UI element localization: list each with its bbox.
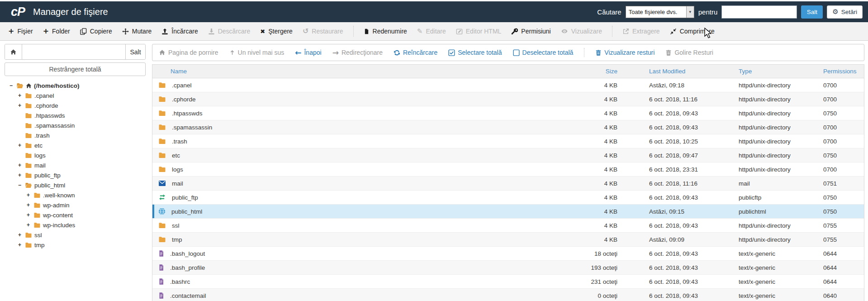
- nav-view-trash-button[interactable]: Vizualizare resturi: [595, 49, 655, 56]
- table-row-.bash_logout[interactable]: .bash_logout18 octeţi6 oct. 2018, 09:43t…: [152, 247, 864, 261]
- tree-plus-expander[interactable]: +: [17, 102, 23, 109]
- tree-node-logs[interactable]: logs: [5, 150, 146, 160]
- tree-plus-expander[interactable]: +: [17, 172, 23, 178]
- path-go-button[interactable]: Salt: [125, 44, 145, 59]
- file-name[interactable]: .bashrc: [170, 278, 190, 285]
- nav-up-level-button: Un nivel mai sus: [229, 49, 285, 56]
- file-name[interactable]: public_ftp: [172, 194, 198, 201]
- tree-plus-expander[interactable]: +: [25, 212, 31, 218]
- table-row-.contactemail[interactable]: .contactemail0 octeţi6 oct. 2018, 09:43t…: [152, 289, 864, 301]
- file-name[interactable]: logs: [172, 166, 183, 173]
- column-header-perms[interactable]: Permissions: [823, 68, 864, 75]
- file-name[interactable]: .contactemail: [170, 292, 206, 299]
- nav-back-button[interactable]: ←Înapoi: [295, 49, 321, 57]
- toolbar-copy-button[interactable]: Copiere: [80, 28, 112, 35]
- table-row-public_html[interactable]: public_html4 KBAstăzi, 09:15publichtml07…: [152, 205, 864, 219]
- size-cell: 18 octeţi: [581, 250, 649, 257]
- collapse-all-button[interactable]: Restrângere totală: [5, 62, 146, 76]
- file-actions-toolbar: +Fişier+FolderCopiereMutareÎncărcareDesc…: [0, 22, 868, 41]
- path-input[interactable]: [22, 44, 125, 59]
- file-name[interactable]: .bash_logout: [170, 250, 205, 257]
- file-name[interactable]: .cphorde: [172, 96, 196, 103]
- tree-node-.cpanel[interactable]: +.cpanel: [5, 91, 146, 100]
- column-header-modified[interactable]: Last Modified: [649, 68, 739, 75]
- tree-plus-expander[interactable]: +: [17, 242, 23, 248]
- table-row-.cpanel[interactable]: .cpanel4 KBAstăzi, 09:18httpd/unix-direc…: [152, 78, 864, 92]
- file-name[interactable]: .bash_profile: [170, 264, 205, 271]
- tree-plus-expander[interactable]: +: [25, 202, 31, 208]
- file-name[interactable]: .htpasswds: [172, 110, 203, 117]
- table-row-.cphorde[interactable]: .cphorde4 KB6 oct. 2018, 11:16httpd/unix…: [152, 92, 864, 106]
- home-path-button[interactable]: [5, 44, 22, 59]
- toolbar-rename-button[interactable]: Redenumire: [364, 28, 407, 35]
- tree-plus-expander[interactable]: +: [17, 92, 23, 99]
- file-icon: [158, 278, 164, 285]
- table-row-tmp[interactable]: tmp4 KBAstăzi, 09:09httpd/unix-directory…: [152, 233, 864, 247]
- file-name[interactable]: mail: [172, 180, 183, 187]
- folder-icon: [158, 152, 166, 158]
- table-row-public_ftp[interactable]: public_ftp4 KB6 oct. 2018, 09:43publicft…: [152, 191, 864, 205]
- file-name[interactable]: ssl: [172, 222, 180, 229]
- search-input[interactable]: [721, 5, 797, 19]
- tree-node-mail[interactable]: +mail: [5, 160, 146, 170]
- tree-plus-expander[interactable]: +: [17, 142, 23, 148]
- table-row-logs[interactable]: logs4 KB6 oct. 2018, 23:31httpd/unix-dir…: [152, 162, 864, 177]
- column-header-size[interactable]: Size: [581, 68, 649, 75]
- tree-node-homehostico[interactable]: −(/home/hostico): [5, 81, 146, 91]
- tree-plus-expander[interactable]: +: [17, 232, 23, 238]
- tree-node-etc[interactable]: +etc: [5, 140, 146, 150]
- tree-node-public_ftp[interactable]: +public_ftp: [5, 170, 146, 180]
- tree-node-.cphorde[interactable]: +.cphorde: [5, 100, 146, 110]
- tree-node-wp-admin[interactable]: +wp-admin: [5, 200, 146, 210]
- table-row-mail[interactable]: mail4 KB6 oct. 2018, 11:16mail0751: [152, 177, 864, 191]
- tree-node-wp-content[interactable]: +wp-content: [5, 210, 146, 220]
- nav-deselect-all-button[interactable]: Deselectare totală: [513, 49, 574, 56]
- upload-icon: [161, 28, 168, 35]
- tree-minus-expander[interactable]: −: [17, 182, 23, 188]
- tree-node-public_html[interactable]: −public_html: [5, 180, 146, 190]
- file-name[interactable]: .spamassassin: [172, 124, 212, 131]
- column-header-name[interactable]: Name: [152, 68, 581, 75]
- tree-node-.spamassassin[interactable]: .spamassassin: [5, 120, 146, 130]
- search-go-button[interactable]: Salt: [801, 5, 823, 19]
- nav-select-all-button[interactable]: Selectare totală: [448, 49, 502, 56]
- toolbar-move-button[interactable]: Mutare: [122, 28, 152, 35]
- tree-node-.well-known[interactable]: +.well-known: [5, 190, 146, 200]
- toolbar-upload-button[interactable]: Încărcare: [161, 28, 198, 35]
- tree-plus-expander[interactable]: +: [25, 192, 31, 198]
- table-row-ssl[interactable]: ssl4 KB6 oct. 2018, 09:43httpd/unix-dire…: [152, 219, 864, 233]
- tree-minus-expander[interactable]: −: [8, 82, 14, 89]
- search-scope-select[interactable]: Toate fişierele dvs. ▾: [626, 6, 694, 18]
- table-row-.trash[interactable]: .trash4 KB6 oct. 2018, 10:25httpd/unix-d…: [152, 134, 864, 148]
- tree-node-tmp[interactable]: +tmp: [5, 240, 146, 250]
- file-name[interactable]: tmp: [172, 236, 182, 243]
- file-name[interactable]: public_html: [171, 208, 202, 215]
- table-row-.bashrc[interactable]: .bashrc231 octeţi6 oct. 2018, 09:43text/…: [152, 275, 864, 289]
- file-name[interactable]: etc: [172, 152, 180, 159]
- table-row-etc[interactable]: etc4 KB6 oct. 2018, 09:47httpd/unix-dire…: [152, 148, 864, 162]
- nav-reload-button[interactable]: Reîncărcare: [394, 49, 437, 56]
- tree-node-.htpasswds[interactable]: .htpasswds: [5, 110, 146, 120]
- tree-node-ssl[interactable]: +ssl: [5, 230, 146, 240]
- navigation-bar: Pagina de pornireUn nivel mai sus←Înapoi…: [152, 44, 864, 61]
- table-row-.htpasswds[interactable]: .htpasswds4 KB6 oct. 2018, 09:43httpd/un…: [152, 106, 864, 120]
- tree-plus-expander[interactable]: +: [17, 162, 23, 168]
- tree-plus-expander[interactable]: +: [25, 222, 31, 228]
- column-header-type[interactable]: Type: [739, 68, 823, 75]
- toolbar-delete-button[interactable]: ✖Ştergere: [260, 28, 293, 35]
- type-cell: mail: [739, 180, 823, 187]
- tree-node-.trash[interactable]: .trash: [5, 130, 146, 140]
- folder-icon: [158, 236, 166, 243]
- toolbar-add-file-button[interactable]: +Fişier: [8, 28, 33, 35]
- search-conjunction-label: pentru: [698, 8, 718, 16]
- table-row-.spamassassin[interactable]: .spamassassin4 KB6 oct. 2018, 09:43httpd…: [152, 120, 864, 134]
- settings-button[interactable]: ⚙ Setări: [827, 5, 863, 19]
- file-name[interactable]: .cpanel: [172, 82, 192, 89]
- file-name[interactable]: .trash: [172, 138, 187, 145]
- toolbar-add-folder-button[interactable]: +Folder: [43, 28, 70, 35]
- toolbar-compress-button[interactable]: Comprimare: [670, 28, 715, 35]
- table-row-.bash_profile[interactable]: .bash_profile193 octeţi6 oct. 2018, 09:4…: [152, 261, 864, 275]
- toolbar-permissions-button[interactable]: Permisiuni: [511, 28, 550, 35]
- tree-node-wp-includes[interactable]: +wp-includes: [5, 220, 146, 230]
- name-cell: etc: [152, 152, 581, 159]
